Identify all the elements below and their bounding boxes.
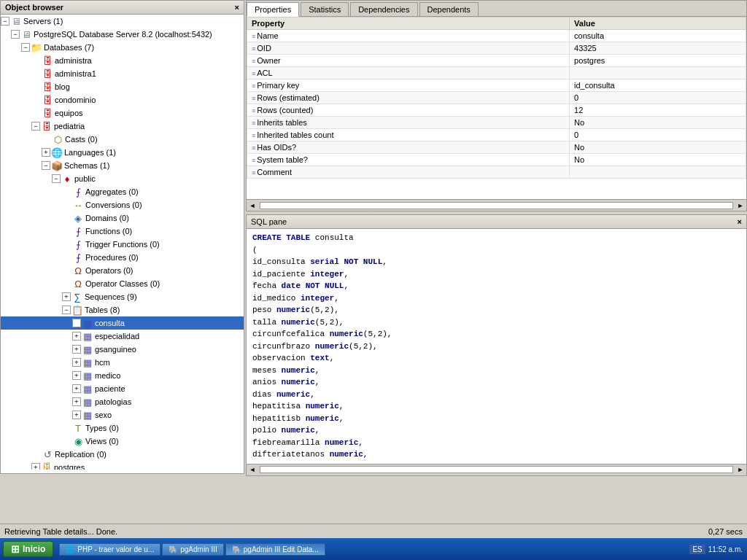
tree-label-procedures: Procedures (0) [85, 253, 139, 262]
prop-icon: ≡ [252, 120, 255, 127]
expand-icon-medico[interactable]: + [72, 371, 81, 380]
tree-icon-repl: ↺ [42, 448, 53, 460]
tree-item-types[interactable]: TTypes (0) [1, 421, 244, 435]
tree-item-condominio[interactable]: 🗄condominio [1, 93, 244, 106]
tree-item-trigger-functions[interactable]: ⨍Trigger Functions (0) [1, 238, 244, 251]
value-cell: id_consulta [570, 79, 746, 92]
value-cell [570, 166, 746, 179]
expand-icon-servers[interactable]: − [1, 17, 9, 26]
sql-line: hepatitisa numeric, [252, 400, 740, 413]
expand-icon-patologias[interactable]: + [72, 397, 81, 406]
expand-icon-languages[interactable]: + [42, 148, 50, 157]
tree-item-views[interactable]: ◉Views (0) [1, 435, 244, 448]
tree-icon-table: ▦ [82, 317, 93, 329]
expand-icon-paciente[interactable]: + [72, 384, 81, 393]
tree-item-servers[interactable]: −🖥Servers (1) [1, 15, 244, 28]
tree-item-postgres[interactable]: +🗄postgres [1, 461, 244, 470]
value-cell: 0 [570, 129, 746, 141]
expand-icon-hcm[interactable]: + [72, 358, 81, 367]
tree-item-hcm[interactable]: +▦hcm [1, 356, 244, 369]
property-cell: ≡Comment [247, 166, 570, 179]
tab-dependents[interactable]: Dependents [419, 2, 479, 16]
tree-item-operators[interactable]: ΩOperators (0) [1, 264, 244, 277]
tab-properties[interactable]: Properties [247, 2, 299, 17]
sql-hscroll-track[interactable] [260, 466, 733, 473]
tree-item-patologias[interactable]: +▦patologias [1, 395, 244, 408]
sql-horizontal-scrollbar[interactable]: ◄ ► [247, 464, 746, 475]
sql-pane-close-button[interactable]: × [738, 217, 742, 226]
properties-horizontal-scrollbar[interactable]: ◄ ► [247, 199, 746, 211]
expand-icon-postgres[interactable]: + [31, 463, 40, 470]
sql-hscroll-left-arrow[interactable]: ◄ [247, 466, 258, 473]
sql-pane: SQL pane × CREATE TABLE consulta( id_con… [246, 214, 747, 476]
property-cell: ≡Rows (counted) [247, 104, 570, 117]
tree-area[interactable]: −🖥Servers (1)−🖥PostgreSQL Database Serve… [1, 15, 244, 470]
sql-keyword: numeric [282, 318, 315, 327]
tree-label-aggregates: Aggregates (0) [85, 187, 139, 196]
tree-item-sexo[interactable]: +▦sexo [1, 408, 244, 421]
tree-item-schemas[interactable]: −📦Schemas (1) [1, 159, 244, 172]
sql-keyword: numeric [282, 426, 315, 435]
tree-item-medico[interactable]: +▦medico [1, 369, 244, 382]
tab-dependencies[interactable]: Dependencies [350, 2, 417, 16]
tree-item-casts[interactable]: ⬡Casts (0) [1, 133, 244, 146]
tree-item-pediatria[interactable]: −🗄pediatria [1, 120, 244, 133]
sql-keyword: numeric [306, 402, 339, 411]
properties-scroll-area[interactable]: Property Value ≡Nameconsulta≡OID43325≡Ow… [247, 17, 746, 199]
tree-item-administra1[interactable]: 🗄administra1 [1, 67, 244, 80]
tree-item-languages[interactable]: +🌐Languages (1) [1, 146, 244, 159]
browser-close-button[interactable]: × [235, 3, 239, 12]
tree-item-replication[interactable]: ↺Replication (0) [1, 448, 244, 461]
hscroll-left-arrow[interactable]: ◄ [247, 202, 258, 209]
hscroll-track[interactable] [260, 202, 733, 209]
tree-item-consulta[interactable]: +▦consulta [1, 316, 244, 330]
hscroll-right-arrow[interactable]: ► [735, 202, 746, 209]
tree-icon-server: 🖥 [10, 15, 22, 27]
tree-item-aggregates[interactable]: ⨍Aggregates (0) [1, 185, 244, 198]
tree-item-pg-server[interactable]: −🖥PostgreSQL Database Server 8.2 (localh… [1, 28, 244, 41]
tree-item-public[interactable]: −♦public [1, 172, 244, 185]
expand-icon-schemas[interactable]: − [42, 161, 50, 170]
value-cell: 43325 [570, 42, 746, 55]
expand-icon-gsanguineo[interactable]: + [72, 345, 81, 354]
expand-icon-consulta[interactable]: + [72, 319, 81, 327]
tree-item-databases[interactable]: −📁Databases (7) [1, 41, 244, 54]
expand-icon-especialidad[interactable]: + [72, 332, 81, 341]
property-cell: ≡System table? [247, 154, 570, 166]
tree-label-domains: Domains (0) [85, 214, 129, 222]
tree-label-administra: administra [55, 56, 92, 65]
tree-item-operator-classes[interactable]: ΩOperator Classes (0) [1, 277, 244, 290]
tree-icon-server: 🖥 [20, 28, 32, 40]
sql-line: circunfbrazo numeric(5,2), [252, 341, 740, 353]
sql-content-area[interactable]: CREATE TABLE consulta( id_consulta seria… [247, 229, 746, 464]
sql-keyword: numeric [276, 306, 310, 314]
tree-item-conversions[interactable]: ↔Conversions (0) [1, 198, 244, 211]
tree-item-blog[interactable]: 🗄blog [1, 80, 244, 93]
tree-item-especialidad[interactable]: +▦especialidad [1, 330, 244, 343]
tree-label-sequences: Sequences (9) [85, 292, 137, 301]
sql-hscroll-right-arrow[interactable]: ► [735, 466, 746, 473]
tree-item-domains[interactable]: ◈Domains (0) [1, 211, 244, 225]
expand-icon-pediatria[interactable]: − [31, 122, 40, 131]
sql-line: polio numeric, [252, 424, 740, 437]
tree-icon-db-red: 🗄 [42, 107, 53, 119]
tree-item-equipos[interactable]: 🗄equipos [1, 106, 244, 120]
expand-icon-sequences[interactable]: + [62, 292, 71, 301]
tab-statistics[interactable]: Statistics [301, 2, 349, 16]
tree-item-gsanguineo[interactable]: +▦gsanguineo [1, 343, 244, 356]
expand-icon-sexo[interactable]: + [72, 411, 81, 419]
expand-icon-public[interactable]: − [52, 174, 61, 183]
tree-item-tables[interactable]: −📋Tables (8) [1, 303, 244, 316]
tree-item-procedures[interactable]: ⨍Procedures (0) [1, 251, 244, 264]
expand-icon-databases[interactable]: − [21, 43, 30, 52]
tree-item-sequences[interactable]: +∑Sequences (9) [1, 290, 244, 303]
tree-item-administra[interactable]: 🗄administra [1, 54, 244, 67]
expand-icon-pg-server[interactable]: − [11, 30, 20, 39]
tree-item-paciente[interactable]: +▦paciente [1, 382, 244, 395]
prop-icon: ≡ [252, 33, 255, 40]
sql-line: anios numeric, [252, 376, 740, 389]
tree-item-functions[interactable]: ⨍Functions (0) [1, 225, 244, 238]
tree-label-databases: Databases (7) [44, 43, 94, 52]
expand-icon-tables[interactable]: − [62, 306, 71, 314]
sql-keyword: NOT [344, 257, 358, 266]
